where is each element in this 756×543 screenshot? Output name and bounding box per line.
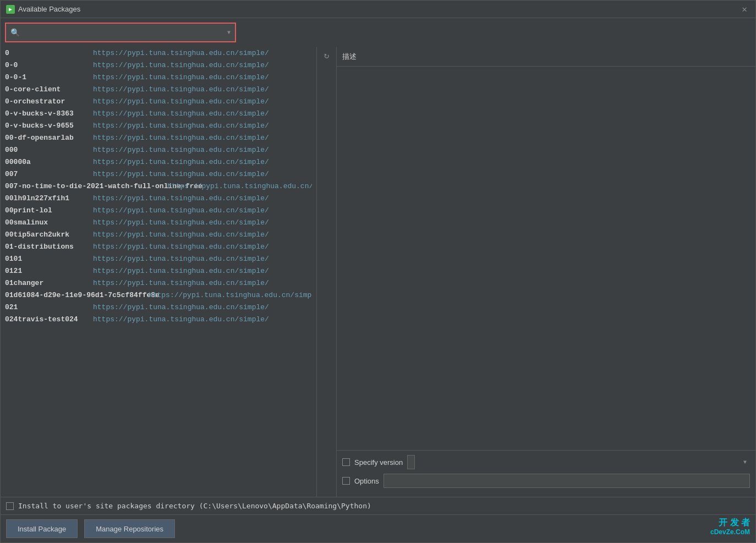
package-url: https://pypi.tuna.tsinghua.edu.cn/simple… [93,85,269,94]
watermark-line1: 开 发 者 [710,517,750,529]
watermark-line2: cDevZe.CoM [710,528,750,537]
package-url: https://pypi.tuna.tsinghua.edu.cn/simple… [93,279,269,287]
package-url: https://pypi.tuna.tsinghua.edu.cn/simple… [93,218,269,227]
specify-version-select[interactable] [407,455,415,469]
package-url: https://pypi.tuna.tsinghua.edu.cn/simple… [93,231,269,239]
list-item[interactable]: 00-df-opensarlab https://pypi.tuna.tsing… [1,131,316,144]
watermark: 开 发 者 cDevZe.CoM [710,517,750,537]
package-name: 0-v-bucks-v-8363 [5,109,93,118]
search-input[interactable] [22,29,226,37]
package-name: 007-no-time-to-die-2021-watch-full-onlin… [5,182,167,190]
close-button[interactable]: ✕ [739,4,750,15]
specify-version-wrapper: ▼ [407,455,750,469]
package-name: 01-distributions [5,243,93,251]
package-url: https://pypi.tuna.tsinghua.edu.cn/simple… [93,170,269,178]
specify-version-checkbox[interactable] [342,458,350,466]
package-name: 0121 [5,267,93,275]
bottom-bar: Install to user's site packages director… [1,497,755,542]
specify-version-label: Specify version [354,458,403,467]
list-item[interactable]: 0121 https://pypi.tuna.tsinghua.edu.cn/s… [1,265,316,277]
package-name: 0-orchestrator [5,97,93,106]
package-name: 01changer [5,279,93,287]
package-name: 0101 [5,255,93,263]
package-url: https://pypi.tuna.tsinghua.edu.cn/simple… [93,134,269,142]
package-url: https://pypi.tuna.tsinghua.edu.cn/simple… [93,49,269,57]
options-row: Options [342,474,750,488]
detail-panel: 描述 Specify version ▼ [337,47,755,497]
package-name: 00-df-opensarlab [5,134,93,142]
bottom-controls: Specify version ▼ Options [337,450,755,497]
package-name: 00000a [5,158,93,166]
list-item[interactable]: 007-no-time-to-die-2021-watch-full-onlin… [1,180,316,192]
package-url: https://pypi.tuna.tsinghua.edu.cn/simple… [93,73,269,81]
package-name: 0-0 [5,61,93,69]
package-url: https://pypi.tuna.tsinghua.edu.cn/simple… [93,158,269,166]
detail-title: 描述 [342,52,357,62]
chevron-down-icon[interactable]: ▼ [227,30,231,36]
package-name: 0-0-1 [5,73,93,81]
list-item[interactable]: 000 https://pypi.tuna.tsinghua.edu.cn/si… [1,144,316,156]
package-url: https://pypi.tuna.tsinghua.edu.cn/simple… [93,243,269,251]
list-item[interactable]: 0101 https://pypi.tuna.tsinghua.edu.cn/s… [1,253,316,265]
package-url: https://pypi.tuna.tsinghua.edu.cn/simple… [93,315,269,323]
package-url: https://pypi.tuna.tsinghua.edu.cn/simple… [167,182,312,190]
app-icon: ▶ [6,5,15,14]
list-item[interactable]: 00print-lol https://pypi.tuna.tsinghua.e… [1,204,316,216]
chevron-down-icon: ▼ [743,459,747,465]
package-name: 0-core-client [5,85,93,94]
package-url: https://pypi.tuna.tsinghua.edu.cn/simple… [93,97,269,106]
list-item[interactable]: 01-distributions https://pypi.tuna.tsing… [1,240,316,253]
package-name: 00tip5arch2ukrk [5,231,93,239]
package-name: 021 [5,303,93,311]
package-url: https://pypi.tuna.tsinghua.edu.cn/simple… [93,122,269,130]
list-item[interactable]: 021 https://pypi.tuna.tsinghua.edu.cn/si… [1,301,316,313]
list-item[interactable]: 007 https://pypi.tuna.tsinghua.edu.cn/si… [1,168,316,180]
list-item[interactable]: 00000a https://pypi.tuna.tsinghua.edu.cn… [1,156,316,168]
list-item[interactable]: 0-v-bucks-v-8363 https://pypi.tuna.tsing… [1,107,316,119]
package-list[interactable]: 0 https://pypi.tuna.tsinghua.edu.cn/simp… [1,47,316,497]
install-dir-row: Install to user's site packages director… [1,497,755,514]
options-label: Options [354,477,379,485]
list-item[interactable]: 00smalinux https://pypi.tuna.tsinghua.ed… [1,216,316,228]
package-url: https://pypi.tuna.tsinghua.edu.cn/simple… [93,61,269,69]
options-input[interactable] [384,474,750,488]
package-name: 0-v-bucks-v-9655 [5,122,93,130]
window-title: Available Packages [18,5,80,13]
list-item[interactable]: 0-0 https://pypi.tuna.tsinghua.edu.cn/si… [1,59,316,71]
list-item[interactable]: 0-core-client https://pypi.tuna.tsinghua… [1,83,316,95]
search-bar: 🔍 ▼ [5,23,236,42]
install-package-button[interactable]: Install Package [6,519,78,538]
list-item[interactable]: 024travis-test024 https://pypi.tuna.tsin… [1,313,316,325]
list-item[interactable]: 0-0-1 https://pypi.tuna.tsinghua.edu.cn/… [1,71,316,83]
package-name: 0 [5,49,93,57]
manage-repositories-button[interactable]: Manage Repositories [84,519,175,538]
refresh-button[interactable]: ↻ [320,49,333,62]
package-name: 024travis-test024 [5,315,93,323]
install-dir-checkbox[interactable] [6,502,14,510]
package-name: 00smalinux [5,218,93,227]
list-item[interactable]: 0-v-bucks-v-9655 https://pypi.tuna.tsing… [1,119,316,131]
package-url: https://pypi.tuna.tsinghua.edu.cn/simple… [93,267,269,275]
package-list-panel: 0 https://pypi.tuna.tsinghua.edu.cn/simp… [1,47,317,497]
list-item[interactable]: 0 https://pypi.tuna.tsinghua.edu.cn/simp… [1,47,316,59]
package-url: https://pypi.tuna.tsinghua.edu.cn/simple… [93,146,269,154]
package-url: https://pypi.tuna.tsinghua.edu.cn/simple… [93,303,269,311]
list-item[interactable]: 01changer https://pypi.tuna.tsinghua.edu… [1,277,316,289]
package-name: 00lh9ln227xfih1 [5,194,93,202]
search-bar-wrapper: 🔍 ▼ [1,18,755,47]
package-url: https://pypi.tuna.tsinghua.edu.cn/simple… [93,255,269,263]
package-name: 01d61084-d29e-11e9-96d1-7c5cf84ffe8e [5,291,149,299]
options-checkbox[interactable] [342,477,350,485]
list-item[interactable]: 0-orchestrator https://pypi.tuna.tsinghu… [1,95,316,107]
package-url: https://pypi.tuna.tsinghua.edu.cn/simple… [93,109,269,118]
detail-header: 描述 [337,47,755,67]
list-item[interactable]: 00lh9ln227xfih1 https://pypi.tuna.tsingh… [1,192,316,204]
install-dir-label: Install to user's site packages director… [18,502,371,510]
package-name: 000 [5,146,93,154]
action-buttons-row: Install Package Manage Repositories [1,514,755,542]
list-item[interactable]: 00tip5arch2ukrk https://pypi.tuna.tsingh… [1,228,316,240]
package-name: 007 [5,170,93,178]
list-item[interactable]: 01d61084-d29e-11e9-96d1-7c5cf84ffe8e htt… [1,289,316,301]
search-icon: 🔍 [10,28,20,37]
package-url: https://pypi.tuna.tsinghua.edu.cn/simple… [149,291,312,299]
